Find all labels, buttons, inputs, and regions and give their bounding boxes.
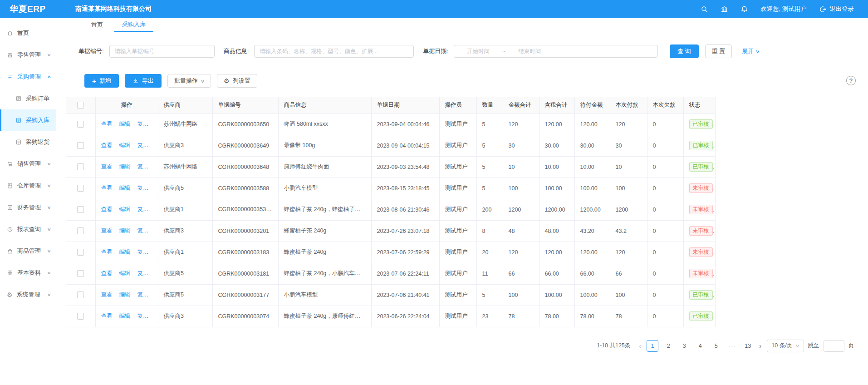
row-action-delete[interactable]: 删除 (156, 206, 158, 212)
row-action-edit[interactable]: 编辑 (119, 185, 131, 191)
platform-icon[interactable] (721, 5, 728, 13)
row-checkbox[interactable] (77, 270, 84, 277)
sidebar-item-report[interactable]: 报表查询∨ (0, 218, 56, 240)
sidebar-item-finance[interactable]: 财务管理∨ (0, 197, 56, 218)
row-action-delete[interactable]: 删除 (156, 185, 158, 191)
export-button[interactable]: 导出 (125, 74, 162, 88)
sidebar-item-system[interactable]: ⚙系统管理∨ (0, 284, 56, 306)
row-action-view[interactable]: 查看 (101, 270, 113, 276)
sidebar-item-warehouse[interactable]: 仓库管理∨ (0, 175, 56, 197)
page-number[interactable]: 2 (662, 340, 674, 352)
row-action-view[interactable]: 查看 (101, 227, 113, 234)
row-checkbox[interactable] (77, 163, 84, 170)
sidebar-subitem-doc[interactable]: 采购入库 (0, 109, 56, 131)
tab-item[interactable]: 首页 (83, 18, 111, 32)
page-number[interactable]: 1 (647, 340, 658, 352)
product-input[interactable] (254, 45, 414, 58)
row-action-copy[interactable]: 复制 (137, 185, 149, 191)
sidebar-subitem-doc[interactable]: 采购订单 (0, 88, 56, 109)
row-action-view[interactable]: 查看 (101, 121, 113, 127)
row-action-copy[interactable]: 复制 (137, 313, 149, 319)
row-checkbox[interactable] (77, 249, 84, 256)
status-badge: 已审核 (689, 311, 713, 321)
row-action-copy[interactable]: 复制 (137, 291, 149, 298)
row-checkbox[interactable] (77, 206, 84, 213)
date-range-picker[interactable]: 开始时间 ~ 结束时间 (454, 45, 658, 58)
cell-qty: 5 (476, 284, 503, 306)
page-number[interactable]: 3 (678, 340, 690, 352)
row-action-delete[interactable]: 删除 (156, 142, 158, 148)
row-action-copy[interactable]: 复制 (137, 206, 149, 212)
select-all-checkbox[interactable] (77, 102, 84, 109)
tab-active[interactable]: 采购入库 (114, 18, 153, 32)
row-checkbox[interactable] (77, 313, 84, 320)
add-button[interactable]: 新增 (84, 74, 119, 88)
row-action-delete[interactable]: 删除 (156, 291, 158, 298)
row-action-edit[interactable]: 编辑 (119, 121, 131, 127)
row-checkbox[interactable] (77, 121, 84, 128)
doc-no-input[interactable] (109, 45, 215, 58)
search-icon[interactable] (701, 5, 708, 13)
row-checkbox[interactable] (77, 142, 84, 149)
page-number[interactable]: 4 (694, 340, 706, 352)
row-action-delete[interactable]: 删除 (156, 313, 158, 319)
row-action-edit[interactable]: 编辑 (119, 206, 131, 212)
status-badge: 已审核 (689, 119, 713, 129)
cell-debt: 0 (647, 306, 683, 327)
page-ellipsis[interactable]: ··· (726, 340, 738, 352)
row-action-edit[interactable]: 编辑 (119, 291, 131, 298)
page-number[interactable]: 13 (742, 340, 754, 352)
row-checkbox[interactable] (77, 185, 84, 192)
sidebar-item-sales[interactable]: 销售管理∨ (0, 153, 56, 175)
row-action-edit[interactable]: 编辑 (119, 163, 131, 170)
row-action-edit[interactable]: 编辑 (119, 270, 131, 276)
row-checkbox[interactable] (77, 291, 84, 298)
row-action-copy[interactable]: 复制 (137, 142, 149, 148)
bell-icon[interactable] (740, 5, 748, 13)
row-action-copy[interactable]: 复制 (137, 121, 149, 127)
reset-button[interactable]: 重 置 (705, 44, 732, 58)
sidebar-subitem-doc[interactable]: 采购退货 (0, 131, 56, 153)
page-next-button[interactable] (758, 342, 763, 350)
search-button[interactable]: 查 询 (670, 44, 699, 58)
page-prev-button[interactable] (638, 342, 642, 350)
row-action-copy[interactable]: 复制 (137, 163, 149, 170)
row-action-view[interactable]: 查看 (101, 249, 113, 255)
row-action-copy[interactable]: 复制 (137, 227, 149, 234)
row-action-edit[interactable]: 编辑 (119, 313, 131, 319)
row-action-view[interactable]: 查看 (101, 206, 113, 212)
batch-actions-button[interactable]: 批量操作 ∨ (167, 74, 211, 88)
jump-page-input[interactable] (824, 340, 844, 352)
cell-date: 2023-09-04 00:04:15 (371, 135, 439, 156)
sidebar-item-basic[interactable]: 基本资料∨ (0, 262, 56, 284)
sidebar-item-retail[interactable]: 零售管理∨ (0, 44, 56, 66)
row-action-copy[interactable]: 复制 (137, 270, 149, 276)
row-action-view[interactable]: 查看 (101, 142, 113, 148)
row-checkbox[interactable] (77, 227, 84, 234)
row-action-delete[interactable]: 删除 (156, 121, 158, 127)
row-action-copy[interactable]: 复制 (137, 249, 149, 255)
expand-link[interactable]: 展开 ∨ (742, 47, 759, 55)
row-action-view[interactable]: 查看 (101, 163, 113, 170)
page-size-select[interactable]: 10 条/页 ∨ (767, 340, 804, 352)
row-action-view[interactable]: 查看 (101, 185, 113, 191)
sidebar-item-goods[interactable]: 商品管理∨ (0, 240, 56, 262)
row-action-view[interactable]: 查看 (101, 313, 113, 319)
row-action-delete[interactable]: 删除 (156, 227, 158, 234)
logout-button[interactable]: 退出登录 (819, 5, 854, 13)
page-number[interactable]: 5 (710, 340, 722, 352)
row-action-edit[interactable]: 编辑 (119, 142, 131, 148)
sidebar-item-home[interactable]: 首页 (0, 22, 56, 44)
row-action-delete[interactable]: 删除 (156, 249, 158, 255)
row-action-delete[interactable]: 删除 (156, 163, 158, 170)
gear-icon: ⚙ (224, 77, 230, 84)
row-action-edit[interactable]: 编辑 (119, 249, 131, 255)
column-header: 金额合计 (503, 97, 539, 114)
row-action-edit[interactable]: 编辑 (119, 227, 131, 234)
help-icon[interactable] (846, 76, 856, 85)
column-settings-button[interactable]: ⚙ 列设置 (217, 74, 257, 88)
row-action-view[interactable]: 查看 (101, 291, 113, 298)
cell-qty: 11 (476, 263, 503, 284)
sidebar-item-purchase[interactable]: 采购管理∧ (0, 66, 56, 88)
row-action-delete[interactable]: 删除 (156, 270, 158, 276)
